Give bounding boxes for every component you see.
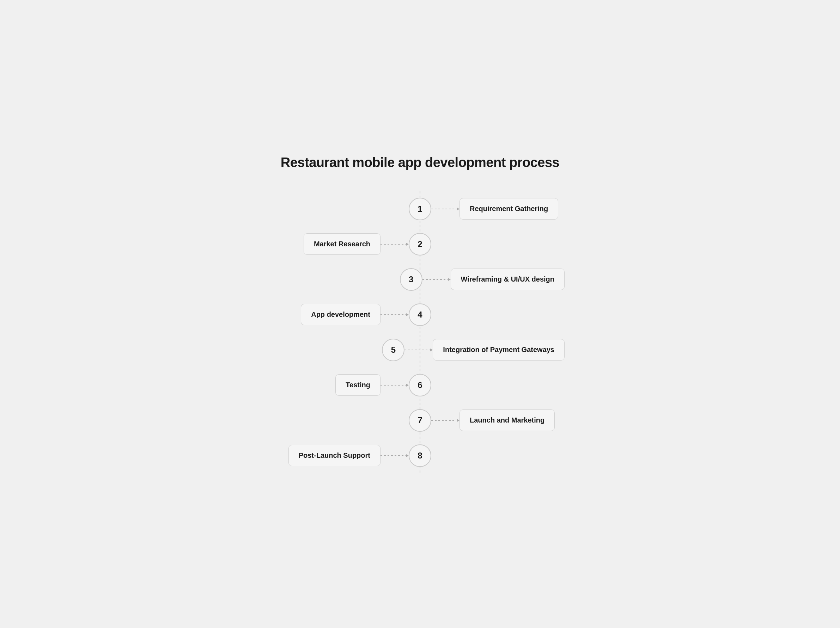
step-circle-6: 6 bbox=[409, 374, 431, 397]
page-title: Restaurant mobile app development proces… bbox=[275, 155, 565, 170]
timeline-row-7: 7Launch and Marketing bbox=[275, 403, 565, 438]
step-box-7: Launch and Marketing bbox=[459, 409, 555, 431]
timeline-row-4: App development4 bbox=[275, 297, 565, 332]
step-box-1: Requirement Gathering bbox=[459, 198, 558, 220]
step-circle-3: 3 bbox=[400, 268, 423, 291]
step-box-5: Integration of Payment Gateways bbox=[433, 339, 565, 360]
timeline-row-8: Post-Launch Support8 bbox=[275, 438, 565, 473]
step-circle-7: 7 bbox=[409, 409, 431, 432]
main-container: Restaurant mobile app development proces… bbox=[261, 134, 579, 494]
step-box-2: Market Research bbox=[304, 233, 381, 255]
timeline-row-3: 3Wireframing & UI/UX design bbox=[275, 262, 565, 297]
step-box-4: App development bbox=[301, 304, 381, 325]
timeline-row-2: Market Research2 bbox=[275, 227, 565, 262]
timeline-row-6: Testing6 bbox=[275, 368, 565, 403]
timeline: 1Requirement GatheringMarket Research23W… bbox=[275, 191, 565, 473]
step-circle-5: 5 bbox=[382, 339, 404, 361]
step-box-6: Testing bbox=[335, 374, 381, 396]
step-circle-8: 8 bbox=[409, 444, 431, 467]
timeline-row-5: 5Integration of Payment Gateways bbox=[275, 332, 565, 368]
step-box-8: Post-Launch Support bbox=[289, 445, 381, 466]
step-circle-4: 4 bbox=[409, 304, 431, 326]
step-box-3: Wireframing & UI/UX design bbox=[451, 269, 565, 290]
step-circle-2: 2 bbox=[409, 233, 431, 255]
step-circle-1: 1 bbox=[409, 198, 431, 220]
timeline-row-1: 1Requirement Gathering bbox=[275, 191, 565, 227]
